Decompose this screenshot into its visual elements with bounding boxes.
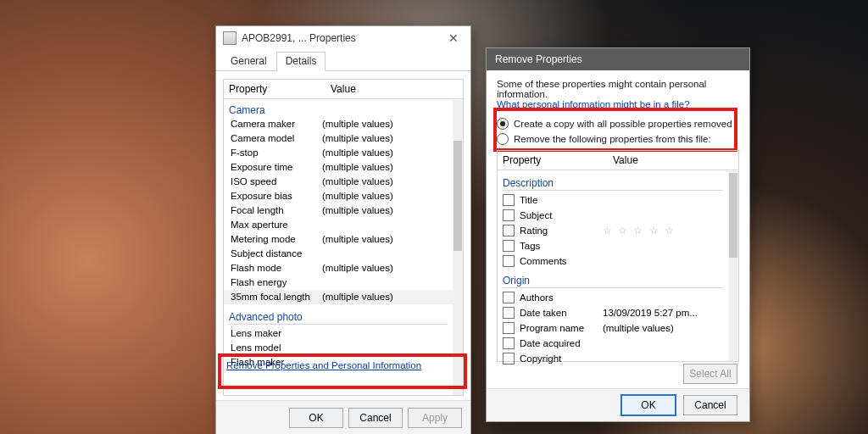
property-list[interactable]: DescriptionTitleSubjectRating☆ ☆ ☆ ☆ ☆Ta…: [498, 171, 728, 361]
property-row[interactable]: Flash mode(multiple values): [224, 261, 453, 275]
prop-value: (multiple values): [322, 261, 453, 275]
prop-name: Metering mode: [224, 232, 322, 247]
checkbox[interactable]: [503, 194, 515, 206]
property-row[interactable]: Flash energy: [224, 275, 453, 290]
dialog-body: Some of these properties might contain p…: [487, 70, 749, 147]
radio-remove-following[interactable]: Remove the following properties from thi…: [497, 131, 739, 147]
property-row[interactable]: ISO speed(multiple values): [224, 175, 453, 189]
checkbox[interactable]: [503, 322, 515, 334]
prop-value: (multiple values): [322, 146, 453, 160]
window-title: APOB2991, ... Properties: [242, 32, 356, 44]
property-row[interactable]: F-stop(multiple values): [224, 146, 453, 160]
prop-name: Subject distance: [224, 247, 322, 261]
property-row[interactable]: Metering mode(multiple values): [224, 232, 453, 247]
prop-name: Authors: [520, 290, 603, 305]
property-row[interactable]: Max aperture: [224, 218, 453, 232]
scrollbar-thumb[interactable]: [453, 141, 462, 251]
button-row: OK Cancel Apply: [216, 400, 470, 434]
checkbox[interactable]: [503, 255, 515, 267]
prop-name: Title: [520, 192, 603, 208]
tab-details[interactable]: Details: [276, 52, 326, 71]
prop-name: Focal length: [224, 203, 322, 218]
property-row[interactable]: Focal length(multiple values): [224, 203, 453, 218]
intro-text: Some of these properties might contain p…: [497, 79, 739, 99]
property-row[interactable]: Title: [498, 192, 728, 208]
prop-value: (multiple values): [322, 131, 453, 146]
property-row[interactable]: Subject: [498, 208, 728, 223]
titlebar[interactable]: APOB2991, ... Properties ✕: [216, 26, 470, 50]
properties-dialog: APOB2991, ... Properties ✕ General Detai…: [215, 25, 471, 434]
prop-name: Lens maker: [224, 326, 322, 341]
property-row[interactable]: Subject distance: [224, 247, 453, 261]
prop-value: (multiple values): [322, 117, 453, 131]
property-row[interactable]: Authors: [498, 290, 728, 305]
ok-button[interactable]: OK: [620, 394, 676, 416]
property-row[interactable]: Lens model: [224, 341, 453, 355]
prop-name: Program name: [520, 320, 603, 336]
cancel-button[interactable]: Cancel: [348, 408, 403, 428]
scrollbar[interactable]: [728, 171, 738, 361]
property-row[interactable]: Camera maker(multiple values): [224, 117, 453, 131]
prop-name: Copyright: [520, 351, 603, 366]
prop-value: (multiple values): [322, 160, 453, 175]
prop-name: Date taken: [520, 305, 603, 320]
close-icon[interactable]: ✕: [443, 31, 464, 45]
prop-value: [322, 218, 453, 232]
col-value[interactable]: Value: [608, 151, 738, 170]
group-advanced-photo: Advanced photo: [229, 307, 448, 325]
checkbox[interactable]: [503, 240, 515, 252]
checkbox[interactable]: [503, 225, 515, 236]
prop-value: [322, 275, 453, 290]
col-property[interactable]: Property: [224, 80, 326, 98]
titlebar[interactable]: Remove Properties: [487, 48, 749, 70]
cancel-button[interactable]: Cancel: [683, 395, 737, 415]
button-row: OK Cancel: [487, 388, 749, 421]
checkbox[interactable]: [503, 209, 515, 221]
prop-value: ☆ ☆ ☆ ☆ ☆: [603, 223, 676, 238]
property-row[interactable]: 35mm focal length(multiple values): [224, 290, 453, 304]
prop-name: Rating: [520, 223, 603, 238]
scrollbar[interactable]: [453, 100, 463, 395]
select-all-button: Select All: [683, 364, 737, 384]
property-row[interactable]: Lens maker: [224, 326, 453, 341]
prop-name: Date acquired: [520, 336, 603, 351]
prop-name: Max aperture: [224, 218, 322, 232]
property-row[interactable]: Camera model(multiple values): [224, 131, 453, 146]
prop-name: Comments: [520, 253, 603, 269]
col-value[interactable]: Value: [326, 80, 463, 98]
radio-group: Create a copy with all possible properti…: [497, 116, 739, 147]
prop-name: Camera model: [224, 131, 322, 146]
info-link[interactable]: What personal information might be in a …: [497, 99, 690, 109]
window-title: Remove Properties: [495, 53, 582, 65]
property-list[interactable]: CameraCamera maker(multiple values)Camer…: [224, 100, 453, 395]
property-row[interactable]: Tags: [498, 238, 728, 253]
tab-general[interactable]: General: [221, 52, 276, 71]
property-row[interactable]: Rating☆ ☆ ☆ ☆ ☆: [498, 223, 728, 238]
scrollbar-thumb[interactable]: [729, 173, 737, 258]
checkbox[interactable]: [503, 337, 515, 349]
column-headers: Property Value: [224, 80, 463, 99]
prop-name: ISO speed: [224, 175, 322, 189]
property-row[interactable]: Date acquired: [498, 336, 728, 351]
property-row[interactable]: Date taken13/09/2019 5:27 pm...: [498, 305, 728, 320]
property-row[interactable]: Comments: [498, 253, 728, 269]
checkbox[interactable]: [503, 307, 515, 319]
checkbox[interactable]: [503, 292, 515, 303]
properties-panel: Property Value DescriptionTitleSubjectRa…: [497, 150, 739, 362]
tab-strip: General Details: [216, 52, 470, 71]
col-property[interactable]: Property: [498, 151, 608, 170]
property-row[interactable]: Exposure bias(multiple values): [224, 189, 453, 203]
property-row[interactable]: Exposure time(multiple values): [224, 160, 453, 175]
apply-button: Apply: [408, 408, 462, 428]
property-row[interactable]: Program name(multiple values): [498, 320, 728, 336]
remove-properties-link[interactable]: Remove Properties and Personal Informati…: [226, 360, 421, 370]
prop-value: [322, 341, 453, 355]
checkbox[interactable]: [503, 353, 515, 364]
details-panel: Property Value CameraCamera maker(multip…: [223, 79, 464, 396]
prop-value: (multiple values): [322, 203, 453, 218]
prop-value: (multiple values): [322, 290, 453, 304]
radio-create-copy[interactable]: Create a copy with all possible properti…: [497, 116, 739, 131]
file-icon: [223, 31, 236, 45]
ok-button[interactable]: OK: [289, 408, 343, 428]
prop-name: Lens model: [224, 341, 322, 355]
